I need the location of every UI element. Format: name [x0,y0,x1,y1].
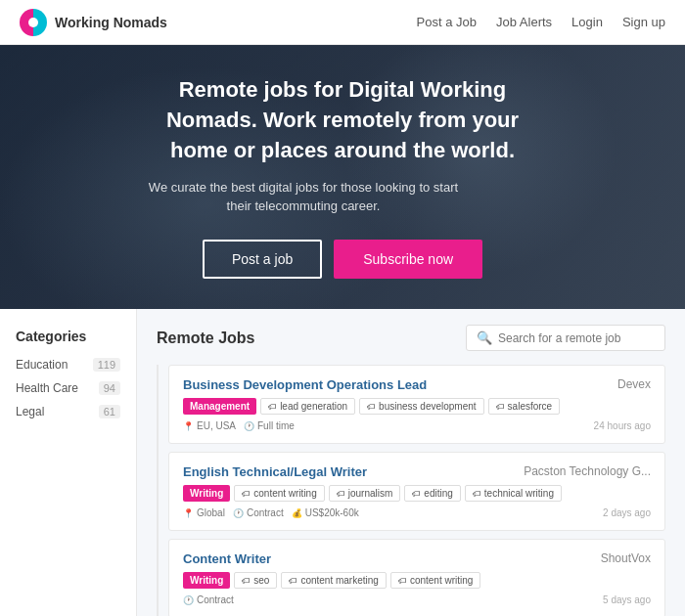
job-meta: GlobalContractUS$20k-60k 2 days ago [183,507,651,518]
job-meta-left: EU, USAFull time [183,420,295,431]
search-input[interactable] [498,331,655,345]
subscribe-button[interactable]: Subscribe now [334,240,482,279]
jobs-header: Remote Jobs 🔍 [157,325,665,351]
job-title[interactable]: English Technical/Legal Writer [183,464,367,479]
jobs-area: Remote Jobs 🔍 Business Development Opera… [137,309,685,616]
brand-icon-inner [28,18,38,27]
meta-salary: US$20k-60k [292,507,359,518]
sidebar-item-label: Education [16,358,68,372]
job-time: 5 days ago [603,594,651,605]
meta-type: Contract [183,594,234,605]
job-card-header: Content Writer ShoutVox [183,551,651,566]
job-company: Devex [617,377,651,391]
search-box[interactable]: 🔍 [466,325,665,351]
brand-name: Working Nomads [55,15,167,30]
meta-type: Full time [244,420,295,431]
search-icon: 🔍 [477,330,492,345]
tag-keyword: seo [234,572,277,589]
job-meta-left: Contract [183,594,234,605]
sidebar-item-count: 61 [99,405,120,418]
job-card: Content Writer ShoutVox Writingseoconten… [168,539,665,616]
job-tags: Writingseocontent marketingcontent writi… [183,572,651,589]
meta-location: Global [183,507,225,518]
job-time: 24 hours ago [594,420,651,431]
meta-location: EU, USA [183,420,236,431]
job-company: ShoutVox [601,551,651,565]
job-title[interactable]: Business Development Operations Lead [183,377,427,392]
post-job-button[interactable]: Post a job [203,240,322,279]
sidebar-item-label: Health Care [16,381,78,395]
nav-post-job[interactable]: Post a Job [417,15,477,29]
hero-headline: Remote jobs for Digital Working Nomads. … [137,75,548,165]
brand-icon [20,9,47,36]
job-card: English Technical/Legal Writer Pacston T… [168,452,665,531]
nav-signup[interactable]: Sign up [622,15,665,29]
hero-content: Remote jobs for Digital Working Nomads. … [137,75,548,278]
tag-keyword: journalism [329,485,401,502]
job-tags: Managementlead generationbusiness develo… [183,398,651,415]
tag-keyword: editing [404,485,460,502]
job-meta: Contract 5 days ago [183,594,651,605]
jobs-title: Remote Jobs [157,330,254,347]
jobs-list: Business Development Operations Lead Dev… [157,365,665,616]
meta-type: Contract [233,507,284,518]
hero-section: Remote jobs for Digital Working Nomads. … [0,45,685,309]
job-card: Business Development Operations Lead Dev… [168,365,665,444]
sidebar-item-healthcare[interactable]: Health Care 94 [16,381,120,395]
job-meta: EU, USAFull time 24 hours ago [183,420,651,431]
nav-job-alerts[interactable]: Job Alerts [496,15,552,29]
tag-category: Writing [183,572,230,589]
nav-login[interactable]: Login [571,15,603,29]
sidebar-item-legal[interactable]: Legal 61 [16,405,120,418]
tag-keyword: business development [359,398,484,415]
hero-subtext: We curate the best digital jobs for thos… [137,178,470,216]
navbar-links: Post a Job Job Alerts Login Sign up [417,15,665,29]
sidebar-item-label: Legal [16,405,44,418]
tag-keyword: technical writing [465,485,562,502]
sidebar-title: Categories [16,329,120,344]
sidebar-item-education[interactable]: Education 119 [16,358,120,372]
sidebar: Categories Education 119 Health Care 94 … [0,309,137,616]
job-card-header: English Technical/Legal Writer Pacston T… [183,464,651,479]
tag-keyword: salesforce [488,398,561,415]
job-company: Pacston Technology G... [524,464,651,478]
job-title[interactable]: Content Writer [183,551,271,566]
tag-category: Management [183,398,256,415]
job-card-header: Business Development Operations Lead Dev… [183,377,651,392]
navbar: Working Nomads Post a Job Job Alerts Log… [0,0,685,45]
tag-keyword: content marketing [281,572,387,589]
tag-category: Writing [183,485,230,502]
tag-keyword: content writing [234,485,324,502]
sidebar-item-count: 94 [99,381,120,395]
job-meta-left: GlobalContractUS$20k-60k [183,507,359,518]
tag-keyword: content writing [390,572,480,589]
main-layout: Categories Education 119 Health Care 94 … [0,309,685,616]
tag-keyword: lead generation [260,398,355,415]
brand: Working Nomads [20,9,417,36]
job-time: 2 days ago [603,507,651,518]
job-tags: Writingcontent writingjournalismeditingt… [183,485,651,502]
hero-buttons: Post a job Subscribe now [137,240,548,279]
sidebar-item-count: 119 [93,358,120,372]
